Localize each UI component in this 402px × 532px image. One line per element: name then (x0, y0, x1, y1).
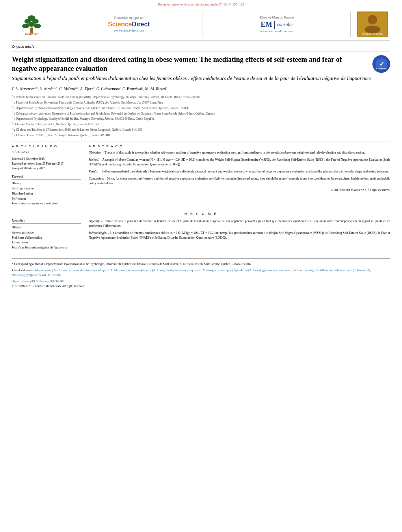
affiliation-d: d d Cyberpsychology Laboratory, Departme… (12, 111, 390, 116)
affiliation-c: c c Department of Psychoeducation and Ps… (12, 105, 390, 110)
affiliation-g: g g Clinique des Troubles de l'Alimentat… (12, 127, 390, 132)
issn-text: 1162-9088/© 2017 Elsevier Masson SAS. Al… (12, 284, 85, 288)
resume-header-label: R É S U M É (184, 212, 218, 216)
abstract-header: A B S T R A C T (89, 145, 390, 148)
methodo-text: Un échantillon de femmes canadiennes obè… (89, 231, 390, 239)
mot-cle-problemes-alimentation: Problèmes d'alimentation (12, 235, 81, 241)
method-label: Method. – (89, 158, 102, 161)
article-type-label: Original article (12, 44, 390, 48)
article-title-text: Weight stigmatization and disordered eat… (12, 56, 342, 72)
abstract-section: Objective. – The aim of this study is to… (89, 150, 390, 192)
article-title: Weight stigmatization and disordered eat… (12, 55, 390, 73)
article-info-column: A R T I C L E I N F O Article history: R… (12, 145, 81, 206)
em-bar-divider (274, 21, 275, 29)
corresponding-note: * Corresponding author at: Département d… (12, 262, 390, 267)
abstract-conclusion: Conclusion. – Since, for obese women, se… (89, 176, 390, 186)
keyword-self-stigmatization: Self-stigmatization (12, 186, 81, 191)
mot-cle-peur: Peur d'une l'évaluation négative de l'ap… (12, 245, 81, 250)
affiliations: a a Institute for Research on Children, … (12, 94, 390, 137)
sciencedirect-logo: ScienceDirect (108, 21, 150, 28)
journal-title: Revue européenne de psychologie appliqué… (158, 2, 244, 6)
resume-methodo: Méthodologie. – Un échantillon de femmes… (89, 231, 390, 240)
journal-cover-icon: REVUE EUROPÉENNE (357, 12, 388, 37)
affiliation-h: h h Clinique Imavi, 733 #110, Boul. St-J… (12, 132, 390, 137)
keyword-disordered-eating: Disordered eating (12, 191, 81, 196)
affiliation-a: a a Institute for Research on Children, … (12, 94, 390, 99)
objective-text: The aim of this study is to examine whet… (105, 151, 365, 154)
footer-doi: http://dx.doi.org/10.1016/j.erap.2017.02… (12, 279, 390, 284)
footer-issn: 1162-9088/© 2017 Elsevier Masson SAS. Al… (12, 284, 390, 289)
mots-cles-label: Mots clés : (12, 219, 81, 224)
svg-point-11 (368, 15, 377, 24)
elsevier-logo-section: ELSEVIER (12, 11, 55, 37)
journal-thumbnail-section: REVUE EUROPÉENNE (351, 11, 390, 37)
svg-point-4 (22, 24, 29, 28)
journal-bar: Revue européenne de psychologie appliqué… (0, 0, 402, 8)
elsevier-masson-label: Elsevier Masson France (260, 15, 294, 19)
journal-cover-thumbnail: REVUE EUROPÉENNE (357, 11, 388, 37)
svg-point-5 (34, 24, 41, 28)
header-logos: ELSEVIER Disponible en ligne sur Science… (12, 8, 390, 41)
results-label: Results. – (89, 170, 101, 173)
two-col-layout: A R T I C L E I N F O Article history: R… (12, 145, 390, 206)
keyword-fear: Fear of negative appearance evaluation (12, 201, 81, 206)
mots-cles-section: Mots clés : Obésité Auto-stigmatisation … (12, 219, 81, 250)
sciencedirect-section: Disponible en ligne sur ScienceDirect ww… (55, 11, 203, 37)
affiliation-b: b b Faculty of Psychology, Universidad P… (12, 100, 390, 105)
resume-two-col: Mots clés : Obésité Auto-stigmatisation … (12, 219, 390, 250)
objective-label: Objective. – (89, 151, 104, 154)
page: Revue européenne de psychologie appliqué… (0, 0, 402, 532)
abstract-objective: Objective. – The aim of this study is to… (89, 150, 390, 155)
article-subtitle: Stigmatisation à l'égard du poids et pro… (12, 75, 390, 82)
conclusion-label: Conclusion. – (89, 177, 106, 180)
elsevier-tree-icon: ELSEVIER (20, 13, 43, 35)
conclusion-text: Since, for obese women, self-esteem and … (89, 177, 390, 185)
svg-text:ELSEVIER: ELSEVIER (24, 32, 38, 35)
method-text: A sample of obese Canadian women (N = 11… (89, 158, 390, 166)
em-consulte-section: Elsevier Masson France EM consulte www.e… (203, 11, 351, 37)
keywords-section: Keywords: Obesity Self-stigmatization Di… (12, 175, 81, 206)
received-date: Received 9 December 2015 (12, 157, 81, 161)
mot-cle-obesite: Obésité (12, 225, 81, 230)
article-info-header: A R T I C L E I N F O (12, 145, 81, 148)
resume-left-col: Mots clés : Obésité Auto-stigmatisation … (12, 219, 81, 250)
objectif-text: L'étude actuelle a pour but de vérifier … (89, 219, 390, 228)
authors-line: C.A. Almenaraa,b, A. Aiméc,d,*, C. Maïan… (12, 86, 390, 92)
doi-link[interactable]: http://dx.doi.org/10.1016/j.erap.2017.02… (12, 280, 64, 283)
resume-header: R É S U M É (12, 212, 390, 216)
mot-cle-auto-stigmatisation: Auto-stigmatisation (12, 230, 81, 235)
abstract-results: Results. – Self-esteem mediated the rela… (89, 169, 390, 174)
svg-text:✓: ✓ (379, 61, 384, 67)
keywords-label: Keywords: (12, 175, 81, 180)
revised-date: Received in revised form 27 February 201… (12, 161, 81, 166)
svg-text:CrossMark: CrossMark (376, 67, 387, 70)
footer-section: * Corresponding author at: Département d… (12, 258, 390, 289)
resume-right-col: Objectif. – L'étude actuelle a pour but … (89, 219, 390, 250)
keyword-self-esteem: Self-esteem (12, 196, 81, 202)
abstract-method: Method. – A sample of obese Canadian wom… (89, 158, 390, 167)
crossmark-badge[interactable]: ✓ CrossMark (372, 55, 390, 73)
elsevier-logo: ELSEVIER (20, 13, 43, 35)
objectif-label: Objectif. – (89, 219, 102, 223)
resume-objectif: Objectif. – L'étude actuelle a pour but … (89, 219, 390, 228)
crossmark-icon: ✓ CrossMark (375, 58, 388, 70)
copyright-line: © 2017 Elsevier Masson SAS. All rights r… (89, 188, 390, 192)
content-divider (12, 141, 390, 141)
email-list[interactable]: carlos.almenara@mail.muni.cz, carlos.alm… (12, 269, 371, 277)
em-text: EM (261, 20, 272, 29)
svg-text:REVUE EUROPÉENNE: REVUE EUROPÉENNE (362, 33, 383, 35)
methodo-label: Méthodologie. – (89, 231, 110, 235)
affiliation-f: f f Clinique Maïlia, 7662, Rousselot, Mo… (12, 121, 390, 126)
resume-section: R É S U M É Mots clés : Obésité Auto-sti… (12, 212, 390, 250)
sciencedirect-url[interactable]: www.sciencedirect.com (114, 29, 144, 32)
keyword-obesity: Obesity (12, 181, 81, 186)
svg-point-12 (365, 26, 380, 33)
em-url[interactable]: www.em-consulte.com/en (260, 30, 293, 33)
footer-emails: E-mail addresses: carlos.almenara@mail.m… (12, 268, 390, 278)
title-divider (12, 52, 390, 52)
results-text: Self-esteem mediated the relationship be… (102, 170, 389, 173)
em-logo: EM consulte (261, 20, 293, 29)
article-history-section: Article history: Received 9 December 201… (12, 150, 81, 171)
mot-cle-estime-soi: Estime de soi (12, 240, 81, 245)
main-content: Original article Weight stigmatization a… (12, 41, 390, 289)
